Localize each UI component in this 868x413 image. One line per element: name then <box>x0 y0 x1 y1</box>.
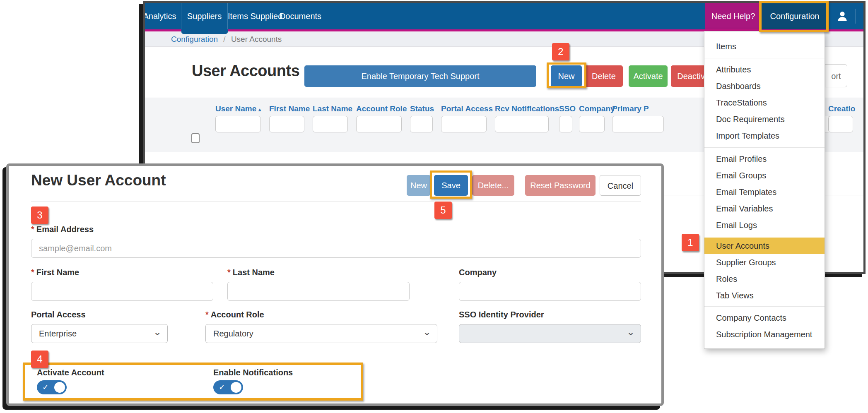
last-name-field[interactable] <box>227 282 410 301</box>
tab-suppliers[interactable]: Suppliers <box>181 3 228 29</box>
tab-items-supplied[interactable]: Items Supplied <box>228 3 279 29</box>
filter-user-name[interactable] <box>215 116 261 132</box>
menu-divider <box>704 236 825 236</box>
menu-item-email-groups[interactable]: Email Groups <box>704 167 825 184</box>
page-title: User Accounts <box>192 62 299 80</box>
annotation-badge-2: 2 <box>552 43 569 60</box>
menu-item-dashboards[interactable]: Dashboards <box>704 78 825 94</box>
sso-identity-provider-select: ⌄ <box>459 324 641 343</box>
column-header-user-name[interactable]: User Name▲ <box>215 104 262 113</box>
required-marker: * <box>205 310 209 319</box>
menu-item-tab-views[interactable]: Tab Views <box>704 287 825 304</box>
filter-sso[interactable] <box>559 116 572 132</box>
filter-company[interactable] <box>579 116 605 132</box>
menu-item-company-contacts[interactable]: Company Contacts <box>704 310 825 326</box>
column-header-portal-access[interactable]: Portal Access <box>441 104 493 113</box>
menu-item-email-variables[interactable]: Email Variables <box>704 200 825 217</box>
menu-divider <box>704 306 825 307</box>
last-name-label: *Last Name <box>227 268 275 277</box>
filter-first-name[interactable] <box>269 116 304 132</box>
portal-access-label: Portal Access <box>31 310 86 319</box>
company-label: Company <box>459 268 497 277</box>
chevron-down-icon: ⌄ <box>153 323 162 341</box>
menu-item-items[interactable]: Items <box>704 38 825 55</box>
delete-button[interactable]: Delete <box>585 65 623 87</box>
dialog-new-button[interactable]: New <box>407 175 431 196</box>
menu-item-tracestations[interactable]: TraceStations <box>704 94 825 111</box>
email-address-label-text: Email Address <box>36 225 94 234</box>
dialog-divider <box>31 202 641 202</box>
sort-ascending-icon: ▲ <box>257 107 262 113</box>
menu-item-supplier-groups[interactable]: Supplier Groups <box>704 254 825 271</box>
filter-portal-access[interactable] <box>441 116 487 132</box>
company-field[interactable] <box>459 282 641 301</box>
menu-item-email-logs[interactable]: Email Logs <box>704 217 825 233</box>
filter-last-name[interactable] <box>313 116 348 132</box>
menu-divider <box>704 147 825 148</box>
filter-primary[interactable] <box>612 116 664 132</box>
column-header-status[interactable]: Status <box>410 104 434 113</box>
sso-identity-provider-label: SSO Identity Provider <box>459 310 544 319</box>
required-marker: * <box>31 268 34 277</box>
first-name-field[interactable] <box>31 282 213 301</box>
portal-access-select[interactable]: Enterprise ⌄ <box>31 324 168 343</box>
enable-temporary-tech-support-button[interactable]: Enable Temporary Tech Support <box>304 65 536 87</box>
menu-divider <box>704 58 825 58</box>
tab-analytics[interactable]: Analytics <box>145 3 181 29</box>
highlight-box-configuration <box>759 1 829 32</box>
account-role-value: Regulatory <box>213 329 253 338</box>
column-header-creation-clipped[interactable]: Creatio <box>828 104 855 113</box>
highlight-box-toggles <box>23 363 363 401</box>
chevron-down-icon: ⌄ <box>423 323 431 341</box>
menu-item-roles[interactable]: Roles <box>704 271 825 287</box>
column-header-first-name[interactable]: First Name <box>269 104 310 113</box>
annotation-badge-1: 1 <box>682 234 699 251</box>
filter-status[interactable] <box>410 116 433 132</box>
export-button-clipped[interactable]: ort <box>825 64 847 87</box>
menu-item-user-accounts[interactable]: User Accounts <box>704 238 825 254</box>
menu-item-subscription-management[interactable]: Subscription Management <box>704 326 825 343</box>
breadcrumb-configuration-link[interactable]: Configuration <box>171 35 218 43</box>
menu-item-import-templates[interactable]: Import Templates <box>704 127 825 144</box>
dialog-reset-password-button[interactable]: Reset Password <box>525 175 596 196</box>
highlight-box-save-button <box>430 170 472 199</box>
user-profile-icon[interactable] <box>836 10 849 23</box>
email-address-field[interactable] <box>31 239 641 258</box>
top-navbar: Analytics Suppliers Items Supplied Docum… <box>145 3 863 29</box>
first-name-label: *First Name <box>31 268 79 277</box>
menu-item-attributes[interactable]: Attributes <box>704 61 825 78</box>
column-header-sso[interactable]: SSO <box>559 104 576 113</box>
annotation-badge-3: 3 <box>31 206 48 224</box>
chevron-down-icon: ⌄ <box>627 323 635 341</box>
account-role-select[interactable]: Regulatory ⌄ <box>205 324 437 343</box>
annotation-badge-4: 4 <box>31 351 48 368</box>
dialog-title: New User Account <box>31 172 166 189</box>
navbar-divider <box>856 9 856 24</box>
column-header-last-name[interactable]: Last Name <box>313 104 352 113</box>
breadcrumb-separator: / <box>223 35 225 43</box>
account-role-label: *Account Role <box>205 310 264 319</box>
dialog-delete-button[interactable]: Delete... <box>472 175 514 196</box>
dialog-cancel-button[interactable]: Cancel <box>600 175 641 196</box>
activate-button[interactable]: Activate <box>629 65 668 87</box>
menu-item-doc-requirements[interactable]: Doc Requirements <box>704 111 825 127</box>
required-marker: * <box>31 225 34 234</box>
account-role-label-text: Account Role <box>211 310 264 319</box>
annotation-badge-5: 5 <box>434 202 452 219</box>
breadcrumb-current: User Accounts <box>231 35 282 43</box>
select-all-checkbox[interactable] <box>191 133 200 143</box>
need-help-button[interactable]: Need Help? <box>705 3 761 29</box>
tab-documents[interactable]: Documents <box>279 3 322 29</box>
filter-rcv-notifications[interactable] <box>495 116 549 132</box>
column-header-company[interactable]: Company <box>579 104 615 113</box>
required-marker: * <box>227 268 231 277</box>
menu-item-email-profiles[interactable]: Email Profiles <box>704 151 825 167</box>
filter-account-role[interactable] <box>356 116 402 132</box>
column-header-primary-clipped[interactable]: Primary P <box>612 104 649 113</box>
menu-item-email-templates[interactable]: Email Templates <box>704 184 825 200</box>
column-header-account-role[interactable]: Account Role <box>356 104 407 113</box>
filter-creation[interactable] <box>828 116 853 132</box>
active-tab-indicator <box>181 29 228 34</box>
highlight-box-new-button <box>547 62 586 88</box>
column-header-rcv-notifications[interactable]: Rcv Notifications <box>495 104 559 113</box>
